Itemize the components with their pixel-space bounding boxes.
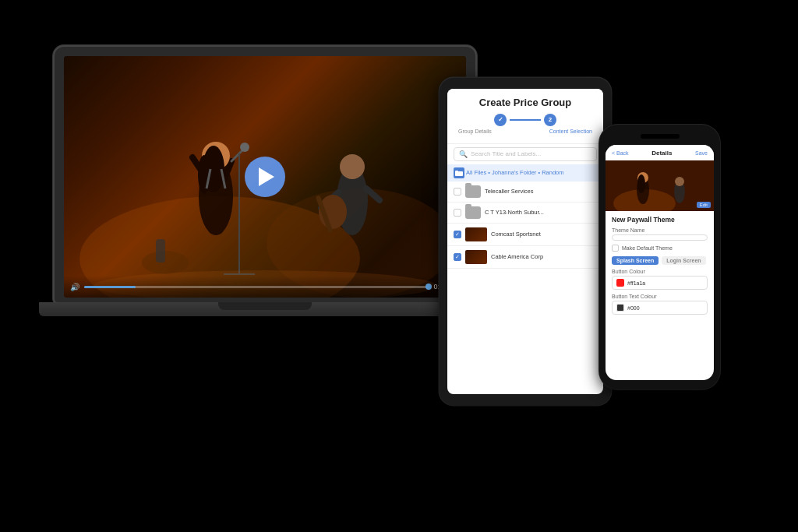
folder-icon-1 [465, 185, 481, 198]
search-area: 🔍 Search Title and Labels... [447, 144, 603, 164]
svg-point-2 [199, 157, 233, 235]
file-item-4[interactable]: ✓ Cable America Corp [447, 246, 603, 269]
progress-dot [425, 284, 432, 290]
step-labels: Group Details Content Selection [455, 129, 595, 134]
file-item-3[interactable]: ✓ Comcast Sportsnet [447, 224, 603, 246]
video-controls: 🔊 0:06 ⛶ [64, 276, 466, 298]
tablet-title: Create Price Group [455, 97, 595, 109]
svg-line-8 [231, 150, 243, 161]
svg-line-3 [192, 157, 208, 181]
svg-line-13 [221, 169, 225, 188]
search-placeholder-text: Search Title and Labels... [471, 150, 541, 157]
step-2-dot: 2 [544, 114, 556, 126]
button-colour-input[interactable]: #ff1a1a [612, 276, 708, 290]
svg-point-31 [675, 177, 684, 186]
svg-point-15 [340, 154, 365, 179]
file-name-4: Cable America Corp [491, 253, 597, 260]
svg-point-18 [319, 195, 347, 229]
theme-name-input[interactable] [612, 234, 708, 241]
laptop-notch [218, 302, 312, 310]
step-1-dot: ✓ [494, 114, 507, 126]
laptop-base [39, 302, 491, 316]
tablet: Create Price Group ✓ 2 Group Details Con… [440, 78, 611, 405]
file-list: Telecaller Services C T Y13-North Subur.… [447, 181, 603, 269]
back-button[interactable]: < Back [612, 150, 629, 156]
splash-screen-tab[interactable]: Splash Screen [612, 256, 659, 265]
button-text-colour-value: #000 [627, 305, 640, 311]
svg-point-21 [142, 251, 189, 274]
login-screen-tab[interactable]: Login Screen [662, 256, 705, 265]
file-checkbox-1[interactable] [454, 188, 461, 196]
svg-rect-19 [316, 195, 334, 233]
button-colour-swatch [616, 279, 624, 287]
step-1-label: Group Details [458, 129, 492, 134]
svg-line-17 [366, 188, 380, 200]
tablet-screen: Create Price Group ✓ 2 Group Details Con… [447, 89, 603, 394]
laptop: 🔊 0:06 ⛶ [39, 47, 491, 374]
phone-form: New Paywall Theme Theme Name Make Defaul… [606, 211, 714, 323]
phone: < Back Details Save Edit New Paywall The… [599, 125, 720, 389]
phone-screen: < Back Details Save Edit New Paywall The… [606, 145, 714, 380]
phone-video-thumb: Edit [606, 160, 714, 211]
tablet-header: Create Price Group ✓ 2 Group Details Con… [447, 89, 603, 144]
svg-line-16 [321, 192, 338, 208]
folder-icon-2 [465, 206, 481, 219]
file-name-2: C T Y13-North Subur... [485, 209, 597, 216]
video-thumb-4 [465, 250, 487, 264]
breadcrumb-text: All Files • Johanna's Folder • Random [466, 169, 564, 176]
svg-point-9 [240, 143, 249, 152]
volume-icon: 🔊 [70, 283, 79, 291]
save-button[interactable]: Save [695, 150, 708, 156]
video-thumb-img-3 [465, 227, 487, 241]
svg-rect-24 [455, 171, 458, 172]
button-text-colour-swatch [616, 304, 624, 312]
make-default-checkbox[interactable] [612, 245, 619, 252]
video-thumb-3 [465, 227, 487, 241]
phone-page-title: Details [651, 150, 672, 157]
svg-line-12 [207, 169, 210, 188]
svg-point-29 [637, 174, 645, 193]
phone-notch [641, 134, 680, 139]
step-2-label: Content Selection [549, 129, 592, 134]
progress-track[interactable] [84, 286, 429, 288]
progress-fill [84, 286, 136, 288]
laptop-screen-outer: 🔊 0:06 ⛶ [55, 47, 475, 302]
laptop-screen: 🔊 0:06 ⛶ [64, 56, 466, 298]
theme-name-label: Theme Name [612, 227, 708, 233]
video-background: 🔊 0:06 ⛶ [64, 56, 466, 298]
phone-section-title: New Paywall Theme [612, 216, 708, 224]
folder-icon [454, 167, 464, 178]
svg-rect-22 [156, 239, 165, 262]
file-item-1[interactable]: Telecaller Services [447, 181, 603, 203]
step-indicator: ✓ 2 [455, 114, 595, 126]
button-text-colour-label: Button Text Colour [612, 294, 708, 299]
file-checkbox-2[interactable] [454, 209, 461, 217]
tab-row: Splash Screen Login Screen [612, 256, 708, 265]
search-box[interactable]: 🔍 Search Title and Labels... [454, 147, 597, 161]
svg-point-14 [337, 165, 368, 235]
breadcrumb-row: All Files • Johanna's Folder • Random [447, 164, 603, 181]
svg-point-5 [202, 142, 230, 170]
phone-header: < Back Details Save [606, 145, 714, 160]
file-name-1: Telecaller Services [485, 188, 597, 195]
svg-point-6 [203, 146, 224, 192]
video-thumb-img-4 [465, 250, 487, 264]
button-colour-value: #ff1a1a [627, 280, 645, 286]
file-item-2[interactable]: C T Y13-North Subur... [447, 203, 603, 224]
play-button[interactable] [245, 157, 285, 197]
svg-point-7 [198, 155, 210, 194]
make-default-row: Make Default Theme [612, 245, 708, 252]
button-colour-label: Button Colour [612, 269, 708, 274]
play-icon [259, 167, 274, 186]
file-checkbox-3[interactable]: ✓ [454, 231, 461, 238]
make-default-label: Make Default Theme [622, 245, 673, 251]
svg-line-4 [224, 161, 231, 181]
file-name-3: Comcast Sportsnet [491, 231, 597, 238]
phone-video-overlay: Edit [697, 202, 711, 208]
button-text-colour-input[interactable]: #000 [612, 301, 708, 315]
file-checkbox-4[interactable]: ✓ [454, 253, 461, 261]
step-line [510, 119, 541, 121]
search-icon: 🔍 [459, 150, 468, 158]
